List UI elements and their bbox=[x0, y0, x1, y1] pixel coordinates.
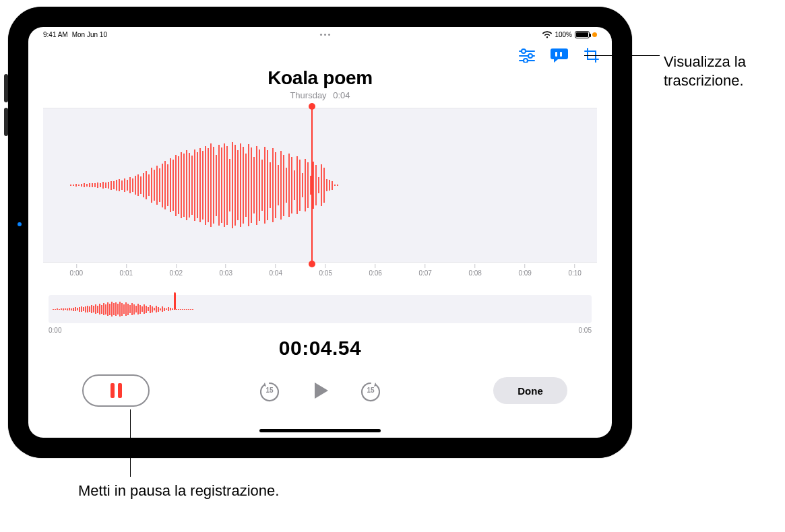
svg-point-3 bbox=[528, 54, 532, 58]
ipad-frame: 9:41 AM Mon Jun 10 100% bbox=[8, 7, 632, 458]
time-ruler: 0:00 0:01 0:02 0:03 0:04 0:05 0:06 0:07 … bbox=[43, 264, 597, 279]
ruler-tick: 0:04 bbox=[270, 264, 282, 277]
home-indicator[interactable] bbox=[259, 429, 381, 432]
recording-title[interactable]: Koala poem bbox=[28, 67, 612, 89]
ruler-tick: 0:01 bbox=[120, 264, 133, 277]
sliders-icon[interactable] bbox=[517, 46, 536, 65]
recording-header: Koala poem Thursday 0:04 bbox=[28, 67, 612, 100]
elapsed-timer: 00:04.54 bbox=[28, 337, 612, 360]
transcription-icon[interactable] bbox=[550, 46, 569, 65]
svg-rect-6 bbox=[555, 52, 557, 57]
callout-transcription: Visualizza la trascrizione. bbox=[664, 53, 785, 90]
done-label: Done bbox=[517, 385, 543, 397]
ruler-tick: 0:06 bbox=[369, 264, 381, 277]
ruler-tick: 0:05 bbox=[319, 264, 332, 277]
pause-button[interactable] bbox=[82, 374, 150, 407]
waveform-overview[interactable]: 0:00 0:05 bbox=[49, 295, 592, 323]
skip-fwd-label: 15 bbox=[359, 387, 382, 394]
done-button[interactable]: Done bbox=[493, 377, 567, 404]
callout-line bbox=[584, 55, 660, 56]
svg-rect-7 bbox=[560, 52, 562, 57]
playhead[interactable] bbox=[311, 106, 313, 264]
callout-line bbox=[130, 409, 131, 477]
status-date: Mon Jun 10 bbox=[72, 31, 107, 38]
overview-end: 0:05 bbox=[579, 327, 592, 334]
svg-point-1 bbox=[522, 49, 526, 53]
callout-pause: Metti in pausa la registrazione. bbox=[78, 481, 279, 500]
skip-forward-15-button[interactable]: 15 bbox=[359, 380, 382, 403]
skip-back-15-button[interactable]: 15 bbox=[258, 380, 281, 403]
multitask-dots[interactable] bbox=[107, 34, 542, 36]
svg-point-5 bbox=[524, 59, 528, 63]
status-time: 9:41 AM bbox=[43, 31, 68, 38]
screen: 9:41 AM Mon Jun 10 100% bbox=[28, 27, 612, 438]
ruler-tick: 0:00 bbox=[70, 264, 83, 277]
recording-day: Thursday bbox=[290, 90, 326, 100]
pause-icon bbox=[111, 383, 122, 398]
ruler-tick: 0:08 bbox=[468, 264, 481, 277]
mic-in-use-indicator bbox=[592, 32, 597, 37]
ruler-tick: 0:07 bbox=[418, 264, 431, 277]
overview-playhead[interactable] bbox=[174, 292, 176, 310]
wifi-icon bbox=[542, 31, 552, 38]
ruler-tick: 0:10 bbox=[568, 264, 581, 277]
play-button[interactable] bbox=[309, 380, 331, 404]
overview-start: 0:00 bbox=[49, 327, 61, 334]
ruler-tick: 0:02 bbox=[170, 264, 183, 277]
battery-pct: 100% bbox=[555, 31, 572, 38]
ruler-tick: 0:03 bbox=[220, 264, 232, 277]
status-bar: 9:41 AM Mon Jun 10 100% bbox=[28, 27, 612, 42]
side-indicator bbox=[18, 222, 22, 226]
skip-back-label: 15 bbox=[258, 387, 281, 394]
ruler-tick: 0:09 bbox=[518, 264, 531, 277]
battery-icon bbox=[575, 31, 590, 38]
waveform-main[interactable] bbox=[43, 108, 597, 263]
recording-duration: 0:04 bbox=[333, 90, 350, 100]
